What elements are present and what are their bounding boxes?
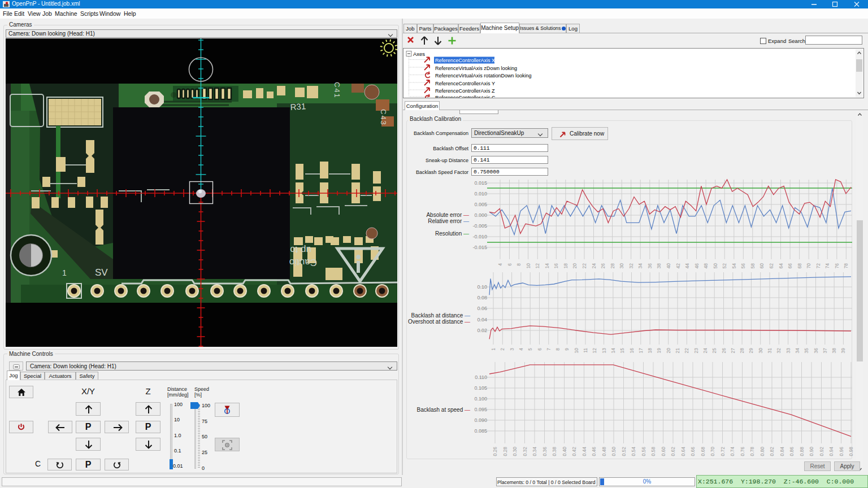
svg-text:ReferenceControllerAxis Z: ReferenceControllerAxis Z xyxy=(435,88,495,94)
svg-text:48: 48 xyxy=(703,263,709,269)
svg-text:0.62: 0.62 xyxy=(670,447,676,456)
svg-text:0.86: 0.86 xyxy=(789,447,795,456)
svg-text:12: 12 xyxy=(592,348,597,354)
svg-text:14: 14 xyxy=(544,263,550,269)
svg-text:14: 14 xyxy=(610,348,616,354)
svg-text:0.38: 0.38 xyxy=(552,447,557,456)
svg-text:16: 16 xyxy=(553,263,559,269)
svg-text:8: 8 xyxy=(555,348,561,351)
svg-text:0.92: 0.92 xyxy=(819,447,824,456)
svg-text:0.06: 0.06 xyxy=(477,306,487,311)
svg-text:ReferenceVirtualAxis rotationD: ReferenceVirtualAxis rotationDown lookin… xyxy=(435,73,531,79)
svg-text:60: 60 xyxy=(759,263,765,269)
svg-text:0.085: 0.085 xyxy=(474,428,487,434)
svg-text:25: 25 xyxy=(711,348,717,354)
svg-text:18: 18 xyxy=(647,348,653,354)
svg-text:Resolution —: Resolution — xyxy=(435,230,469,237)
svg-text:0.54: 0.54 xyxy=(631,447,636,456)
svg-text:18: 18 xyxy=(563,263,568,269)
svg-text:0.26: 0.26 xyxy=(492,447,498,456)
svg-text:0.78: 0.78 xyxy=(749,447,755,456)
svg-text:20: 20 xyxy=(666,348,671,354)
svg-text:20: 20 xyxy=(572,263,578,269)
svg-text:17: 17 xyxy=(638,348,644,354)
svg-text:28: 28 xyxy=(610,263,615,269)
svg-text:23: 23 xyxy=(693,348,699,354)
svg-text:21: 21 xyxy=(675,348,680,354)
svg-text:ReferenceControllerAxis C: ReferenceControllerAxis C xyxy=(435,95,496,98)
svg-text:62: 62 xyxy=(769,263,774,269)
svg-text:0.100: 0.100 xyxy=(474,396,487,402)
svg-text:0.58: 0.58 xyxy=(650,447,656,456)
svg-text:0.88: 0.88 xyxy=(799,447,805,456)
svg-text:36: 36 xyxy=(813,348,819,354)
svg-text:40: 40 xyxy=(666,263,671,269)
svg-text:0.48: 0.48 xyxy=(601,447,607,456)
svg-text:2: 2 xyxy=(500,348,505,351)
svg-text:19: 19 xyxy=(656,348,662,354)
svg-text:31: 31 xyxy=(767,348,772,354)
svg-text:58: 58 xyxy=(750,263,756,269)
svg-text:0.02: 0.02 xyxy=(477,328,487,333)
svg-text:0.70: 0.70 xyxy=(710,447,715,456)
svg-text:0.84: 0.84 xyxy=(779,447,785,456)
svg-text:0.56: 0.56 xyxy=(641,447,646,456)
svg-text:0.82: 0.82 xyxy=(769,447,775,456)
svg-text:0.96: 0.96 xyxy=(839,447,844,456)
svg-text:56: 56 xyxy=(740,263,746,269)
svg-text:ReferenceControllerAxis Y: ReferenceControllerAxis Y xyxy=(435,81,495,86)
svg-text:15: 15 xyxy=(619,348,625,354)
svg-text:0.50: 0.50 xyxy=(611,447,617,456)
svg-text:70: 70 xyxy=(806,263,811,269)
svg-text:0.80: 0.80 xyxy=(760,447,765,456)
svg-text:4: 4 xyxy=(518,348,524,351)
svg-text:Overshoot at distance —: Overshoot at distance — xyxy=(408,319,470,325)
svg-text:42: 42 xyxy=(675,263,681,269)
svg-text:12: 12 xyxy=(535,263,540,269)
svg-text:0.60: 0.60 xyxy=(661,447,666,456)
svg-text:32: 32 xyxy=(628,263,634,269)
svg-text:22: 22 xyxy=(581,263,587,269)
svg-text:8: 8 xyxy=(516,263,522,266)
svg-text:0.32: 0.32 xyxy=(522,447,528,456)
svg-text:0.74: 0.74 xyxy=(730,447,735,456)
svg-text:0.10: 0.10 xyxy=(477,284,487,290)
svg-text:0.52: 0.52 xyxy=(621,447,627,456)
svg-text:30: 30 xyxy=(619,263,624,269)
svg-text:6: 6 xyxy=(507,263,513,266)
svg-text:Axes: Axes xyxy=(413,51,425,57)
svg-text:0.04: 0.04 xyxy=(477,317,487,323)
svg-text:0.28: 0.28 xyxy=(502,447,508,456)
svg-text:46: 46 xyxy=(694,263,700,269)
svg-text:0.005: 0.005 xyxy=(474,202,487,207)
svg-text:76: 76 xyxy=(834,263,840,269)
svg-text:34: 34 xyxy=(637,263,643,269)
svg-text:0.98: 0.98 xyxy=(848,447,854,456)
svg-text:6: 6 xyxy=(537,348,542,351)
svg-text:44: 44 xyxy=(684,263,690,269)
svg-text:0.90: 0.90 xyxy=(809,447,814,456)
svg-text:34: 34 xyxy=(795,348,800,354)
svg-text:68: 68 xyxy=(797,263,802,269)
svg-text:36: 36 xyxy=(647,263,653,269)
svg-text:37: 37 xyxy=(822,348,828,354)
svg-text:9: 9 xyxy=(564,348,570,351)
svg-text:0.44: 0.44 xyxy=(581,447,587,456)
svg-text:10: 10 xyxy=(526,263,531,269)
svg-text:0.015: 0.015 xyxy=(474,180,487,186)
svg-text:0.68: 0.68 xyxy=(700,447,706,456)
svg-text:Relative error —: Relative error — xyxy=(428,218,469,224)
svg-text:4: 4 xyxy=(497,263,503,266)
svg-text:38: 38 xyxy=(656,263,662,269)
svg-text:0.110: 0.110 xyxy=(475,374,487,380)
svg-text:28: 28 xyxy=(739,348,745,354)
svg-text:3: 3 xyxy=(509,348,515,351)
svg-text:0.090: 0.090 xyxy=(474,417,487,423)
svg-text:7: 7 xyxy=(546,348,552,351)
svg-text:0.72: 0.72 xyxy=(720,447,726,456)
svg-text:0.66: 0.66 xyxy=(690,447,696,456)
svg-text:11: 11 xyxy=(583,348,588,353)
svg-text:0.40: 0.40 xyxy=(562,447,567,456)
svg-text:22: 22 xyxy=(684,348,689,354)
svg-text:0.08: 0.08 xyxy=(477,295,487,300)
